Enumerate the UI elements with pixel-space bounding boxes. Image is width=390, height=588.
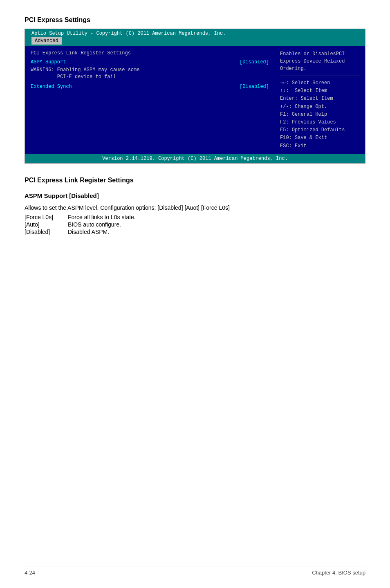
extended-synch-value: [Disabled] xyxy=(240,84,269,90)
bios-extended-synch-item[interactable]: Extended Synch [Disabled] xyxy=(31,84,269,90)
list-item: [Disabled] Disabled ASPM. xyxy=(25,229,365,235)
aspm-description: Allows to set the ASPM level. Configurat… xyxy=(25,203,365,212)
bios-left-panel: PCI Express Link Register Settings ASPM … xyxy=(25,46,275,154)
option-desc-disabled: Disabled ASPM. xyxy=(68,229,109,235)
bios-body: PCI Express Link Register Settings ASPM … xyxy=(25,46,365,154)
bios-right-panel: Enables or DisablesPCI Express Device Re… xyxy=(275,46,365,154)
aspm-options-list: [Force L0s] Force all links to L0s state… xyxy=(25,214,365,235)
option-key-force-l0s: [Force L0s] xyxy=(25,214,61,220)
bios-header: Aptio Setup Utility - Copyright (C) 2011… xyxy=(25,29,365,46)
bios-warning-text: WARNING: Enabling ASPM may cause some PC… xyxy=(31,67,269,81)
bios-help-text: Enables or DisablesPCI Express Device Re… xyxy=(280,50,360,72)
aspm-value: [Disabled] xyxy=(240,59,269,65)
chapter-label: Chapter 4: BIOS setup xyxy=(312,570,365,576)
option-key-disabled: [Disabled] xyxy=(25,229,61,235)
list-item: [Force L0s] Force all links to L0s state… xyxy=(25,214,365,220)
option-desc-force-l0s: Force all links to L0s state. xyxy=(68,214,136,220)
page-footer: 4-24 Chapter 4: BIOS setup xyxy=(25,566,365,576)
option-desc-auto: BIOS auto configure. xyxy=(68,221,121,228)
extended-synch-label: Extended Synch xyxy=(31,84,72,90)
page-number: 4-24 xyxy=(25,570,35,576)
bios-footer: Version 2.14.1219. Copyright (C) 2011 Am… xyxy=(25,154,365,163)
link-register-heading: PCI Express Link Register Settings xyxy=(25,177,365,184)
bios-header-text: Aptio Setup Utility - Copyright (C) 2011… xyxy=(31,31,226,36)
bios-key-legend: →←: Select Screen ↑↓: Select Item Enter:… xyxy=(280,76,360,150)
aspm-label: ASPM Support xyxy=(31,59,66,65)
option-key-auto: [Auto] xyxy=(25,221,61,228)
bios-active-tab[interactable]: Advanced xyxy=(31,37,62,45)
list-item: [Auto] BIOS auto configure. xyxy=(25,221,365,228)
bios-section-label: PCI Express Link Register Settings xyxy=(31,50,269,56)
bios-aspm-item[interactable]: ASPM Support [Disabled] xyxy=(31,59,269,65)
page-section-title: PCI Express Settings xyxy=(25,16,365,24)
aspm-heading: ASPM Support [Disabled] xyxy=(25,192,365,199)
bios-screenshot: Aptio Setup Utility - Copyright (C) 2011… xyxy=(25,29,365,164)
